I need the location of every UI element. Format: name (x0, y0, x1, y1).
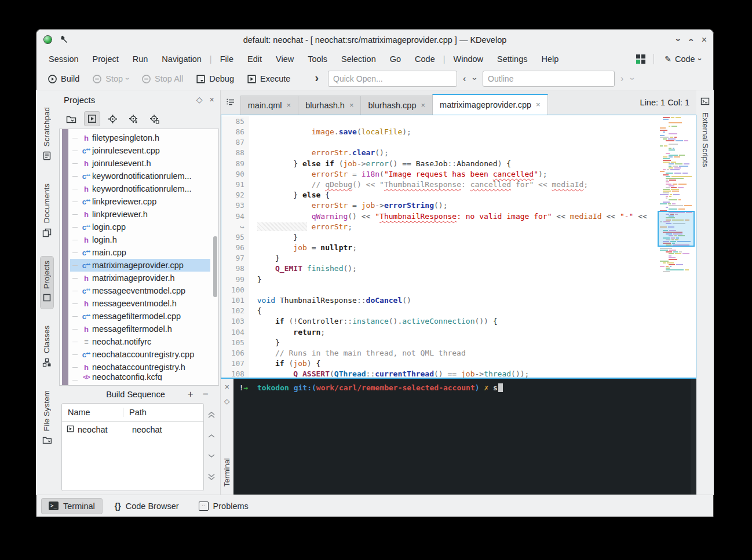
documents-list-icon[interactable] (221, 98, 240, 107)
tree-file-row[interactable]: ≡neochat.notifyrc (70, 335, 210, 348)
build-gear-button[interactable] (105, 112, 121, 126)
terminal-close-icon[interactable]: × (225, 382, 229, 391)
menu-project[interactable]: Project (86, 53, 126, 65)
panel-float-icon[interactable]: ◇ (196, 95, 203, 104)
tree-file-row[interactable]: c++main.cpp (70, 246, 210, 259)
sidebar-tab-classes[interactable]: Classes (41, 321, 53, 374)
move-down-icon[interactable] (207, 453, 216, 459)
menu-help[interactable]: Help (534, 53, 565, 65)
install-gear-button[interactable] (126, 112, 141, 126)
editor-minimap[interactable] (659, 117, 693, 277)
minimap-row (660, 137, 677, 138)
minimap-row (660, 171, 665, 172)
configure-gear-button[interactable] (147, 112, 162, 126)
menu-file[interactable]: File (213, 53, 240, 65)
move-top-icon[interactable] (207, 411, 216, 419)
sidebar-tab-scratchpad[interactable]: Scratchpad (41, 103, 53, 167)
move-bottom-icon[interactable] (207, 473, 216, 481)
tree-file-row[interactable]: c++messageeventmodel.cpp (70, 284, 210, 297)
line-number: 85 (221, 116, 249, 127)
build-sequence-remove-button[interactable]: − (198, 389, 213, 400)
panel-close-icon[interactable]: × (210, 95, 214, 104)
tree-file-row[interactable]: c++login.cpp (70, 221, 210, 233)
tree-file-row[interactable]: hmessageeventmodel.h (70, 297, 210, 310)
code-text (257, 116, 696, 127)
sidebar-tab-projects[interactable]: Projects (41, 257, 53, 309)
outline-next-icon[interactable]: › (618, 72, 626, 85)
outline-dropdown-icon[interactable]: › (470, 75, 481, 83)
menu-navigation[interactable]: Navigation (155, 53, 209, 65)
outline-prev-icon[interactable]: ‹ (461, 72, 468, 85)
tree-scrollbar[interactable] (213, 236, 217, 297)
debug-button[interactable]: Debug (191, 71, 239, 87)
tree-file-row[interactable]: </>neochatconfig.kcfg (70, 374, 210, 380)
terminal-screen[interactable]: !→ tokodon git:(work/carl/remember-selec… (233, 379, 696, 495)
menu-edit[interactable]: Edit (240, 53, 269, 65)
menu-go[interactable]: Go (383, 53, 408, 65)
code-editor[interactable]: 8586 image.save(localFile);8788 errorStr… (221, 115, 696, 379)
minimap-row (669, 185, 674, 186)
menu-tools[interactable]: Tools (301, 53, 334, 65)
quick-open-input[interactable] (328, 71, 457, 87)
line-number: 108 (221, 369, 249, 379)
tree-file-row[interactable]: hkeywordnotificationrulem... (70, 182, 210, 195)
tree-file-row[interactable]: hmatriximageprovider.h (70, 272, 210, 284)
tab-close-icon[interactable]: × (349, 101, 354, 109)
tab-close-icon[interactable]: × (421, 101, 426, 109)
tree-file-row[interactable]: c++linkpreviewer.cpp (70, 195, 210, 208)
tree-file-row[interactable]: hneochataccountregistry.h (70, 361, 210, 374)
stop-button[interactable]: Stop › (87, 71, 133, 87)
tree-file-row[interactable]: hlinkpreviewer.h (70, 208, 210, 221)
project-file-tree[interactable]: hfiletypesingleton.hc++joinrulesevent.cp… (59, 129, 219, 386)
area-switcher-button[interactable]: ✎ Code › (662, 53, 703, 65)
toolview-button-problems[interactable]: ··Problems (192, 499, 255, 514)
sidebar-tab-external-scripts[interactable]: External Scripts (700, 90, 710, 167)
tree-file-row[interactable]: c++joinrulesevent.cpp (70, 144, 210, 157)
editor-tab-blurhash.h[interactable]: blurhash.h× (298, 96, 361, 115)
tree-file-row[interactable]: hlogin.h (70, 233, 210, 246)
pin-icon[interactable] (60, 35, 68, 44)
execute-button[interactable]: Execute (242, 71, 295, 87)
menu-selection[interactable]: Selection (334, 53, 383, 65)
window-minimize-icon[interactable]: › (674, 38, 683, 41)
tab-close-icon[interactable]: × (287, 101, 291, 109)
menu-window[interactable]: Window (447, 53, 491, 65)
open-folder-button[interactable] (64, 112, 79, 126)
editor-tab-main.qml[interactable]: main.qml× (240, 96, 298, 115)
build-sequence-row[interactable]: neochatneochat (62, 422, 203, 438)
menu-settings[interactable]: Settings (490, 53, 534, 65)
menu-code[interactable]: Code (408, 53, 442, 65)
editor-tab-matriximageprovider.cpp[interactable]: matriximageprovider.cpp× (432, 94, 548, 115)
build-sequence-add-button[interactable]: + (183, 389, 198, 400)
menu-view[interactable]: View (269, 53, 301, 65)
stop-all-button[interactable]: Stop All (137, 71, 188, 87)
minimap-viewport[interactable] (658, 211, 695, 247)
toolbar-overflow-icon[interactable]: › (315, 71, 319, 85)
tree-file-row[interactable]: hfiletypesingleton.h (70, 131, 210, 144)
tree-file-row[interactable]: c++neochataccountregistry.cpp (70, 348, 210, 361)
menu-run[interactable]: Run (126, 53, 155, 65)
tree-file-row[interactable]: c++messagefiltermodel.cpp (70, 310, 210, 323)
toolview-button-code-browser[interactable]: {}Code Browser (108, 499, 186, 514)
terminal-float-icon[interactable]: ◇ (224, 397, 229, 405)
tree-file-row[interactable]: hjoinrulesevent.h (70, 157, 210, 170)
move-up-icon[interactable] (207, 433, 216, 438)
outline-next-dropdown-icon[interactable]: › (628, 75, 638, 83)
build-targets-button[interactable] (85, 112, 100, 126)
sidebar-tab-documents[interactable]: Documents (41, 180, 53, 243)
tab-close-icon[interactable]: × (536, 100, 541, 109)
build-button[interactable]: Build (43, 71, 84, 87)
tree-file-row[interactable]: c++matriximageprovider.cpp (70, 259, 210, 272)
sidebar-tab-file-system[interactable]: File System (41, 386, 53, 451)
menu-session[interactable]: Session (42, 53, 86, 65)
area-grid-icon[interactable] (636, 54, 645, 64)
window-close-icon[interactable]: × (702, 35, 707, 45)
outline-input[interactable] (483, 71, 615, 87)
build-sequence-table[interactable]: Name Path neochatneochat (61, 403, 204, 491)
editor-tab-blurhash.cpp[interactable]: blurhash.cpp× (360, 96, 433, 115)
window-maximize-icon[interactable]: › (686, 38, 695, 41)
tree-file-row[interactable]: hmessagefiltermodel.h (70, 323, 210, 335)
toolview-button-terminal[interactable]: >_Terminal (42, 499, 102, 514)
tree-file-row[interactable]: c++keywordnotificationrulem... (70, 170, 210, 182)
terminal-scrollbar[interactable] (691, 379, 696, 495)
